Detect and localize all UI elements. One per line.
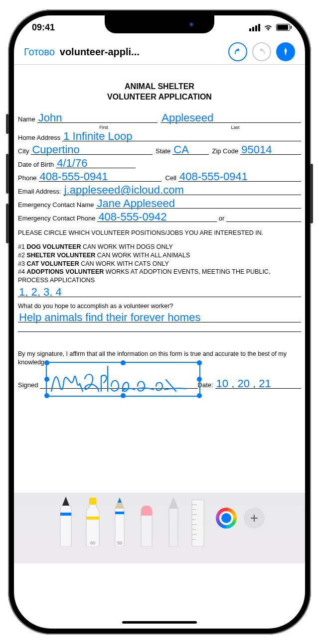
position-4: #4 ADOPTIONS VOLUNTEER WORKS AT ADOPTION…: [18, 268, 301, 285]
document-title: volunteer-appli...: [60, 46, 140, 58]
accomplish-question: What do you hope to accomplish as a volu…: [18, 302, 301, 310]
ruler-tool[interactable]: [189, 494, 207, 546]
resize-handle[interactable]: [44, 393, 49, 398]
volume-up-button: [6, 154, 9, 194]
value-ec-phone: 408-555-0942: [97, 211, 166, 223]
value-last-name: Appleseed: [160, 111, 213, 124]
form-header: ANIMAL SHELTER VOLUNTEER APPLICATION: [18, 82, 301, 103]
label-ec-phone: Emergency Contact Phone: [18, 215, 97, 222]
phone-body: 09:41 Готово volunteer-appli...: [8, 9, 311, 635]
plus-icon: +: [250, 510, 258, 526]
resize-handle[interactable]: [121, 360, 126, 365]
markup-toolbar: 80 50: [14, 494, 305, 563]
svg-rect-1: [89, 498, 96, 505]
markup-pen-icon: [281, 47, 291, 57]
position-3: #3 CAT VOLUNTEER CAN WORK WITH CATS ONLY: [18, 260, 301, 268]
selected-color-icon: [221, 513, 231, 523]
label-state: State: [153, 147, 172, 155]
redo-icon: [257, 47, 266, 56]
label-home-address: Home Address: [18, 134, 62, 141]
redo-button: [252, 42, 271, 61]
position-2: #2 SHELTER VOLUNTEER CAN WORK WITH ALL A…: [18, 251, 301, 260]
markup-button[interactable]: [276, 42, 295, 61]
value-home-address: 1 Infinite Loop: [62, 130, 132, 142]
nav-bar: Готово volunteer-appli...: [14, 39, 305, 64]
position-1: #1 DOG VOLUNTEER CAN WORK WITH DOGS ONLY: [18, 243, 301, 251]
value-first-name: John: [37, 111, 62, 124]
resize-handle[interactable]: [121, 393, 126, 398]
resize-handle[interactable]: [44, 360, 49, 365]
label-email: Email Address:: [18, 188, 63, 195]
highlighter-tool[interactable]: 80: [81, 494, 104, 546]
done-button[interactable]: Готово: [24, 46, 55, 58]
positions-intro: PLEASE CIRCLE WHICH VOLUNTEER POSITIONS/…: [18, 229, 301, 237]
label-or: or: [217, 215, 227, 222]
undo-icon: [233, 47, 242, 56]
svg-rect-3: [115, 512, 124, 514]
home-indicator[interactable]: [122, 621, 197, 624]
value-zip: 95014: [240, 143, 272, 156]
value-state: CA: [172, 143, 189, 156]
side-button: [6, 114, 9, 134]
document-viewport[interactable]: ANIMAL SHELTER VOLUNTEER APPLICATION Nam…: [14, 65, 305, 563]
label-cell: Cell: [161, 174, 178, 182]
pen-tool[interactable]: [54, 494, 77, 546]
battery-icon: [276, 24, 290, 31]
value-cell: 408-555-0941: [178, 170, 248, 183]
value-phone: 408-555-0941: [39, 170, 108, 183]
label-dob: Date of Birth: [18, 161, 56, 168]
label-phone: Phone: [18, 174, 39, 182]
power-button: [310, 164, 313, 223]
value-dob: 4/1/76: [56, 157, 87, 169]
notch: [105, 15, 214, 33]
value-email: j.appleseed@icloud.com: [63, 184, 184, 196]
document-page: ANIMAL SHELTER VOLUNTEER APPLICATION Nam…: [14, 65, 305, 493]
value-positions-choice: 1, 2, 3, 4: [18, 286, 62, 298]
resize-handle[interactable]: [197, 393, 202, 398]
svg-rect-0: [60, 513, 71, 516]
pencil-tool[interactable]: 50: [108, 494, 131, 546]
status-time: 09:41: [32, 22, 55, 33]
color-picker-button[interactable]: [216, 508, 237, 529]
eraser-tool[interactable]: [135, 494, 158, 546]
undo-button[interactable]: [228, 42, 247, 61]
lasso-tool[interactable]: [162, 494, 185, 546]
cellular-signal-icon: [249, 24, 260, 31]
wifi-icon: [263, 24, 273, 31]
value-city: Cupertino: [31, 143, 79, 156]
label-signed: Signed: [18, 381, 40, 389]
add-button[interactable]: +: [244, 508, 265, 529]
label-city: City: [18, 147, 31, 155]
value-accomplish: Help animals find their forever homes: [18, 311, 200, 323]
label-zip: Zip Code: [209, 147, 240, 155]
label-name: Name: [18, 115, 37, 123]
signature-selection[interactable]: [46, 362, 200, 397]
value-ec-name: Jane Appleseed: [96, 197, 175, 210]
value-sig-date: 10 , 20 , 21: [215, 377, 271, 390]
volume-down-button: [6, 204, 9, 243]
resize-handle[interactable]: [44, 377, 49, 382]
label-ec-name: Emergency Contact Name: [18, 201, 96, 209]
svg-rect-2: [86, 517, 99, 520]
